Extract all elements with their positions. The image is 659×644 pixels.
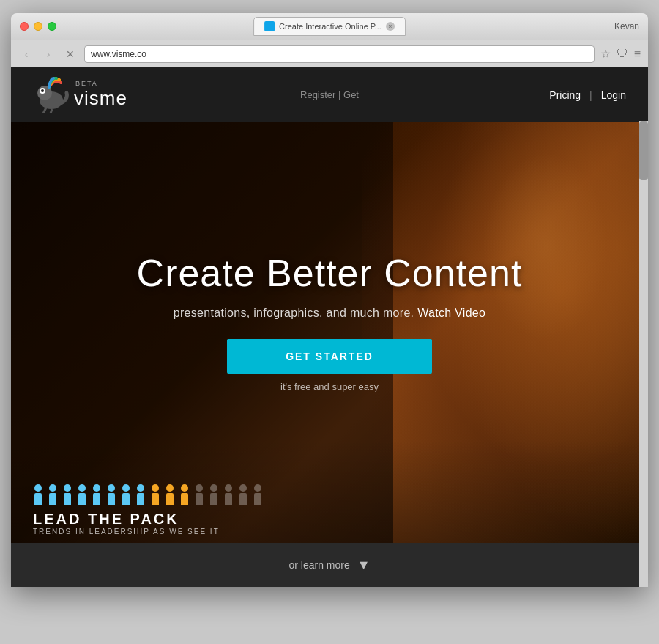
menu-icon[interactable]: ≡ [634, 48, 641, 61]
get-started-button[interactable]: GET STARTED [227, 339, 432, 374]
nav-divider: | [589, 89, 592, 101]
svg-line-4 [43, 108, 46, 113]
person-icon-15 [238, 484, 248, 505]
infographic-icons [33, 484, 626, 505]
bottom-bar: or learn more ▼ [11, 543, 648, 587]
pricing-link[interactable]: Pricing [549, 89, 581, 101]
site-header: Beta visme Register | Get Pricing | Logi… [11, 67, 648, 122]
person-icon-6 [106, 484, 116, 505]
url-bar[interactable]: www.visme.co [84, 45, 595, 63]
visme-website: Beta visme Register | Get Pricing | Logi… [11, 67, 648, 587]
infographic-title: LEAD THE PACK [33, 511, 626, 528]
visme-logo[interactable]: Beta visme [33, 77, 127, 113]
logo-text: Beta visme [74, 80, 127, 110]
infographic-subtitle: TRENDS IN LEADERSHIP AS WE SEE IT [33, 528, 626, 536]
hero-subtitle: presentations, infographics, and much mo… [174, 307, 486, 320]
address-bar: ‹ › ✕ www.visme.co ☆ 🛡 ≡ [11, 40, 648, 67]
login-link[interactable]: Login [601, 89, 626, 101]
hero-content: Create Better Content presentations, inf… [137, 251, 523, 414]
hero-title: Create Better Content [137, 251, 523, 295]
person-icon-12 [194, 484, 204, 505]
minimize-button[interactable] [34, 22, 42, 31]
person-icon-11 [179, 484, 190, 505]
person-icon-4 [77, 484, 87, 505]
shield-icon: 🛡 [617, 48, 628, 61]
stop-button[interactable]: ✕ [62, 46, 78, 62]
scrollbar[interactable] [639, 121, 648, 587]
user-name: Kevan [614, 21, 639, 31]
bookmark-icon[interactable]: ☆ [600, 47, 611, 61]
person-icon-8 [135, 484, 146, 505]
person-icon-10 [165, 484, 175, 505]
logo-icon [33, 77, 70, 113]
logo-name: visme [74, 87, 127, 110]
learn-more-text: or learn more [288, 559, 349, 571]
tab-bar: Create Interactive Online P... × [253, 17, 406, 36]
person-icon-2 [48, 484, 58, 505]
tab-favicon [264, 21, 275, 31]
back-button[interactable]: ‹ [18, 46, 34, 62]
url-text: www.visme.co [91, 49, 146, 59]
watch-video-link[interactable]: Watch Video [417, 307, 485, 319]
person-icon-14 [223, 484, 234, 505]
person-icon-3 [62, 484, 72, 505]
hero-infographic: LEAD THE PACK TRENDS IN LEADERSHIP AS WE… [11, 441, 648, 543]
person-icon-1 [33, 484, 43, 505]
traffic-lights [20, 22, 56, 31]
header-center-text: Register | Get [300, 89, 359, 100]
down-arrow-icon[interactable]: ▼ [357, 558, 371, 573]
logo-beta: Beta [75, 80, 127, 87]
scrollbar-thumb[interactable] [639, 121, 648, 180]
browser-content: Beta visme Register | Get Pricing | Logi… [11, 67, 648, 587]
forward-button[interactable]: › [40, 46, 56, 62]
person-icon-13 [209, 484, 219, 505]
active-tab[interactable]: Create Interactive Online P... × [253, 17, 406, 36]
person-icon-5 [92, 484, 102, 505]
hero-free-text: it's free and super easy [280, 381, 379, 392]
maximize-button[interactable] [48, 22, 56, 31]
header-nav: Pricing | Login [549, 89, 626, 101]
title-bar: Create Interactive Online P... × Kevan [11, 13, 648, 40]
person-icon-16 [253, 484, 263, 505]
person-icon-7 [121, 484, 131, 505]
close-button[interactable] [20, 22, 29, 31]
infographic-text: LEAD THE PACK TRENDS IN LEADERSHIP AS WE… [33, 511, 626, 536]
tab-close-button[interactable]: × [386, 22, 395, 31]
browser-window: Create Interactive Online P... × Kevan ‹… [11, 13, 648, 587]
person-icon-9 [150, 484, 160, 505]
svg-line-5 [51, 109, 52, 113]
svg-point-3 [41, 89, 44, 92]
toolbar-icons: ☆ 🛡 ≡ [600, 47, 641, 61]
person-body [34, 493, 42, 505]
person-head [34, 484, 42, 492]
hero-section: Create Better Content presentations, inf… [11, 122, 648, 543]
tab-title: Create Interactive Online P... [279, 22, 381, 31]
